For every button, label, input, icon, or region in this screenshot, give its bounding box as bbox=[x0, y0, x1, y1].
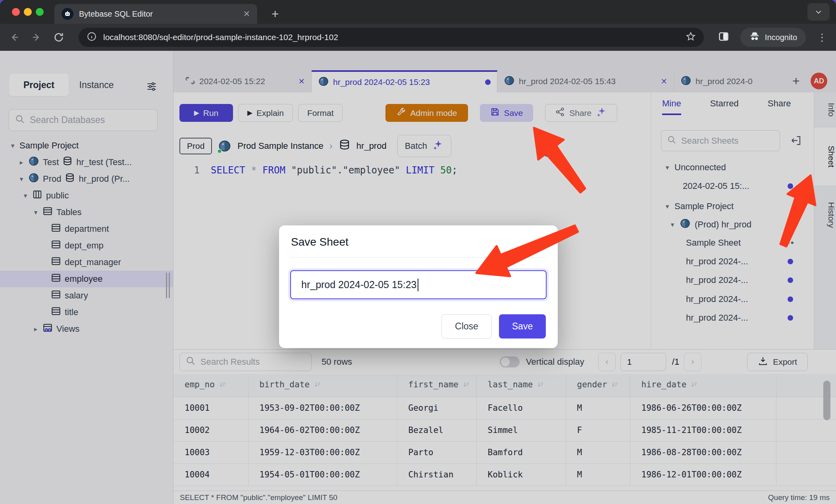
browser-toolbar: localhost:8080/sql-editor/prod-sample-in… bbox=[0, 24, 836, 51]
dialog-divider bbox=[290, 257, 547, 258]
browser-tab-title: Bytebase SQL Editor bbox=[79, 10, 237, 19]
new-tab-button[interactable]: + bbox=[267, 6, 283, 22]
address-bar[interactable]: localhost:8080/sql-editor/prod-sample-in… bbox=[79, 28, 704, 47]
forward-icon[interactable] bbox=[31, 32, 42, 43]
close-button[interactable]: Close bbox=[441, 314, 492, 339]
site-info-icon[interactable] bbox=[87, 31, 97, 43]
minimize-window-button[interactable] bbox=[24, 8, 32, 16]
bookmark-star-icon[interactable] bbox=[686, 31, 696, 43]
browser-tab[interactable]: Bytebase SQL Editor ✕ bbox=[54, 4, 257, 24]
side-panel-icon[interactable] bbox=[718, 31, 729, 44]
incognito-badge: Incognito bbox=[740, 28, 806, 47]
url-text: localhost:8080/sql-editor/prod-sample-in… bbox=[103, 33, 679, 42]
close-window-button[interactable] bbox=[12, 8, 20, 16]
incognito-icon bbox=[749, 31, 760, 44]
incognito-label: Incognito bbox=[765, 33, 797, 42]
modal-save-button[interactable]: Save bbox=[499, 314, 546, 339]
back-icon[interactable] bbox=[9, 32, 20, 43]
reload-icon[interactable] bbox=[53, 32, 64, 43]
dialog-title: Save Sheet bbox=[291, 236, 349, 248]
maximize-window-button[interactable] bbox=[36, 8, 44, 16]
close-dialog-icon[interactable]: ✕ bbox=[537, 236, 546, 248]
text-cursor bbox=[418, 279, 418, 291]
tab-search-chevron-button[interactable] bbox=[807, 3, 830, 21]
sheet-name-value: hr_prod 2024-02-05 15:23 bbox=[301, 279, 417, 290]
bytebase-favicon-icon bbox=[62, 8, 73, 20]
close-tab-icon[interactable]: ✕ bbox=[243, 9, 250, 19]
save-sheet-dialog: Save Sheet ✕ hr_prod 2024-02-05 15:23 Cl… bbox=[279, 225, 558, 348]
browser-menu-icon[interactable]: ⋮ bbox=[817, 31, 827, 44]
browser-window: Bytebase SQL Editor ✕ + localhost:8080/s… bbox=[0, 0, 836, 504]
browser-tab-strip: Bytebase SQL Editor ✕ + bbox=[0, 0, 836, 24]
macos-traffic-lights bbox=[12, 8, 44, 16]
sheet-name-input[interactable]: hr_prod 2024-02-05 15:23 bbox=[290, 270, 547, 299]
